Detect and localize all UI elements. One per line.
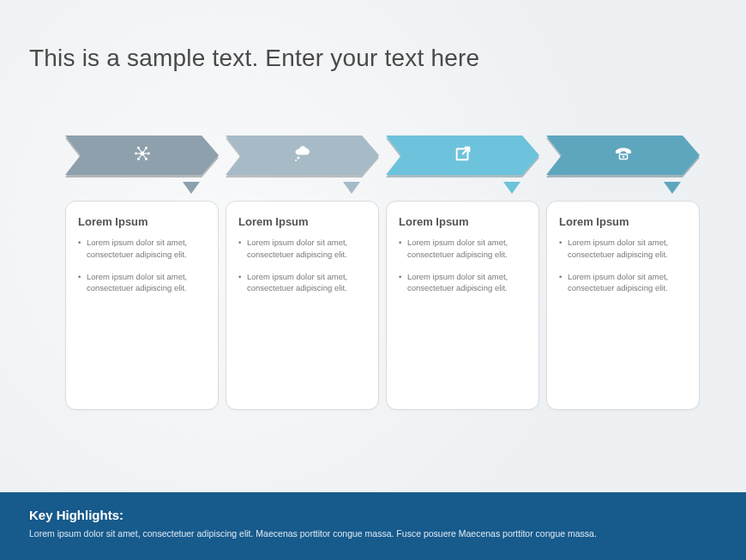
step-1-heading: Lorem Ipsum	[78, 215, 206, 228]
svg-point-17	[297, 156, 299, 159]
process-steps: Lorem Ipsum Lorem ipsum dolor sit amet, …	[65, 135, 700, 410]
step-3-heading: Lorem Ipsum	[399, 215, 526, 228]
list-item: Lorem ipsum dolor sit amet, consectetuer…	[559, 271, 687, 295]
step-4-arrow	[546, 135, 700, 175]
step-4-card: Lorem Ipsum Lorem ipsum dolor sit amet, …	[546, 201, 700, 410]
step-2-arrow	[226, 135, 379, 175]
svg-point-18	[295, 160, 297, 161]
list-item: Lorem ipsum dolor sit amet, consectetuer…	[559, 237, 687, 261]
step-1-bullets: Lorem ipsum dolor sit amet, consectetuer…	[78, 237, 206, 294]
step-4-bullets: Lorem ipsum dolor sit amet, consectetuer…	[559, 237, 687, 294]
svg-point-25	[622, 155, 624, 158]
list-item: Lorem ipsum dolor sit amet, consectetuer…	[78, 237, 206, 261]
footer-body: Lorem ipsum dolor sit amet, consectetuer…	[29, 527, 717, 541]
list-item: Lorem ipsum dolor sit amet, consectetuer…	[399, 237, 526, 261]
svg-line-11	[138, 148, 142, 154]
network-icon	[133, 144, 152, 166]
list-item: Lorem ipsum dolor sit amet, consectetuer…	[78, 271, 206, 295]
step-3-arrow	[386, 135, 539, 175]
step-3: Lorem Ipsum Lorem ipsum dolor sit amet, …	[386, 135, 539, 410]
step-3-card: Lorem Ipsum Lorem ipsum dolor sit amet, …	[386, 201, 539, 410]
slide-title: This is a sample text. Enter your text h…	[29, 45, 479, 72]
list-item: Lorem ipsum dolor sit amet, consectetuer…	[238, 237, 366, 261]
list-item: Lorem ipsum dolor sit amet, consectetuer…	[399, 271, 526, 295]
svg-line-14	[142, 154, 147, 159]
footer-panel: Key Highlights: Lorem ipsum dolor sit am…	[0, 492, 746, 560]
step-2-bullets: Lorem ipsum dolor sit amet, consectetuer…	[238, 237, 366, 294]
step-2: Lorem Ipsum Lorem ipsum dolor sit amet, …	[226, 135, 379, 410]
share-icon	[454, 144, 472, 166]
step-1-arrow	[65, 135, 219, 175]
step-1: Lorem Ipsum Lorem ipsum dolor sit amet, …	[65, 135, 219, 410]
step-4: Lorem Ipsum Lorem ipsum dolor sit amet, …	[546, 135, 700, 410]
slide: This is a sample text. Enter your text h…	[0, 0, 746, 560]
step-2-card: Lorem Ipsum Lorem ipsum dolor sit amet, …	[226, 201, 379, 410]
list-item: Lorem ipsum dolor sit amet, consectetuer…	[238, 271, 366, 295]
footer-heading: Key Highlights:	[29, 508, 717, 522]
step-1-pointer	[183, 182, 200, 194]
step-4-pointer	[664, 182, 681, 194]
thought-cloud-icon	[292, 145, 313, 166]
svg-line-13	[138, 154, 142, 159]
step-2-pointer	[343, 182, 360, 194]
step-1-card: Lorem Ipsum Lorem ipsum dolor sit amet, …	[65, 201, 219, 410]
step-3-bullets: Lorem ipsum dolor sit amet, consectetuer…	[399, 237, 526, 294]
step-4-heading: Lorem Ipsum	[559, 215, 687, 228]
phone-icon	[614, 146, 633, 165]
svg-line-12	[142, 148, 147, 154]
step-2-heading: Lorem Ipsum	[238, 215, 366, 228]
step-3-pointer	[503, 182, 520, 194]
